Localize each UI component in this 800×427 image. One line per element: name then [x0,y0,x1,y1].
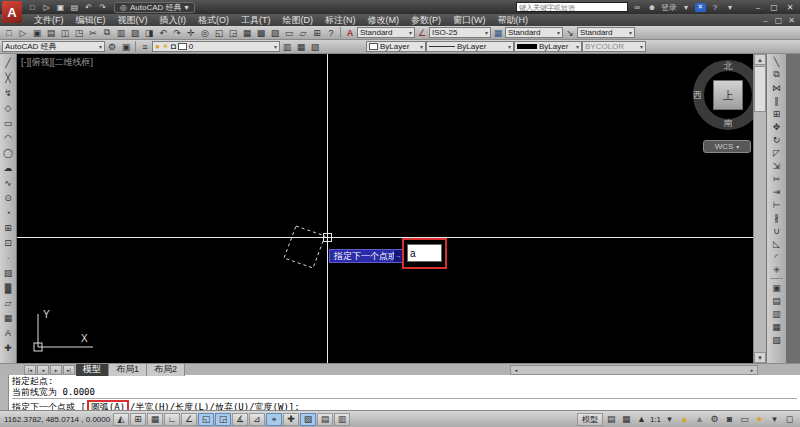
text-style-icon[interactable]: A [343,27,357,39]
drawing-canvas[interactable]: [-][俯视][二维线框] 北 南 西 东 上 WCS ▾ [17,54,753,363]
search-input[interactable] [516,2,628,12]
tool-palettes-icon[interactable]: ▧ [268,27,282,39]
layer-on-icon[interactable]: ● [155,42,160,51]
array-icon[interactable]: ⊞ [770,107,784,120]
save-icon[interactable]: ▣ [30,27,44,39]
annotation-visibility-icon[interactable]: ▲ [678,414,691,424]
paste-icon[interactable]: ▥ [114,27,128,39]
object-snap-toggle[interactable]: ◱ [198,413,214,426]
join-icon[interactable]: ∪ [770,224,784,237]
scroll-left-icon[interactable]: ◂ [511,366,521,374]
workspace-switching-icon[interactable]: ⚙ [708,414,721,424]
scroll-down-icon[interactable]: ▼ [754,352,766,363]
workspace-select[interactable]: AutoCAD 经典 ▾ [2,41,105,52]
ortho-mode-toggle[interactable]: ∟ [164,413,180,426]
circle-icon[interactable]: ◯ [1,145,15,160]
hardware-acceleration-icon[interactable]: ▭ [738,414,751,424]
user-icon[interactable]: ☻ [646,3,658,12]
3d-object-snap-toggle[interactable]: ◲ [215,413,231,426]
auto-annotation-scale-icon[interactable]: ▲ [693,414,706,424]
doc-close-button[interactable]: ✕ [785,16,798,25]
scrollbar-thumb[interactable] [754,66,766,112]
layout-tab[interactable]: 模型 [76,364,109,376]
undo-icon[interactable]: ↶ [156,27,170,39]
chevron-down-icon[interactable]: ▾ [724,3,736,12]
sheet-set-manager-icon[interactable]: ▭ [282,27,296,39]
isolate-objects-icon[interactable]: ● [753,414,766,424]
scroll-right-icon[interactable]: ▸ [747,366,757,374]
hatch-icon[interactable]: ▨ [1,265,15,280]
menu-item[interactable]: 插入(I) [154,14,193,27]
extend-icon[interactable]: ⇥ [770,185,784,198]
layout-tab[interactable]: 布局1 [109,364,147,376]
doc-restore-button[interactable]: ▢ [772,16,785,25]
text-style-select[interactable]: Standard ▾ [357,27,415,38]
chamfer-icon[interactable]: ◺ [770,237,784,250]
exchange-icon[interactable]: ✕ [695,3,706,12]
layer-match-icon[interactable]: ▣ [770,281,784,294]
quick-view-layouts-icon[interactable]: ▤ [605,414,618,424]
lineweight-select[interactable]: ByLayer ▾ [514,41,582,52]
arc-option[interactable]: 圆弧(A) [91,402,125,410]
table-icon[interactable]: ▦ [1,310,15,325]
menu-item[interactable]: 修改(M) [362,14,406,27]
sign-in-link[interactable]: 登录 [661,2,677,13]
design-center-icon[interactable]: ▩ [254,27,268,39]
mirror-icon[interactable]: ⋈ [770,81,784,94]
open-icon[interactable]: ▷ [40,1,53,13]
layer-walk-icon[interactable]: ▥ [770,307,784,320]
layer-freeze-icon[interactable]: ▦ [770,320,784,333]
plot-preview-icon[interactable]: ◫ [58,27,72,39]
trim-icon[interactable]: ✂ [770,172,784,185]
snap-mode-toggle[interactable]: ⊞ [130,413,146,426]
layer-previous-icon[interactable]: ▧ [308,41,322,53]
rotate-icon[interactable]: ↻ [770,133,784,146]
horizontal-scrollbar[interactable]: ◂ ▸ [510,365,758,375]
menu-item[interactable]: 参数(P) [405,14,447,27]
save-icon[interactable]: ▣ [54,1,67,13]
view-cube[interactable]: 北 南 西 东 上 [693,60,753,130]
mleader-style-icon[interactable]: ↘ [563,27,577,39]
zoom-previous-icon[interactable]: ◲ [226,27,240,39]
plot-style-select[interactable]: BYCOLOR ▾ [582,41,646,52]
new-icon[interactable]: □ [2,27,16,39]
workspace-settings-icon[interactable]: ⚙ [105,41,119,53]
erase-icon[interactable]: ╲ [770,55,784,68]
tab-first-icon[interactable]: |◂ [24,365,36,375]
stretch-icon[interactable]: ⇲ [770,159,784,172]
break-at-point-icon[interactable]: ⊢ [770,198,784,211]
workspace-quick-select[interactable]: ◎ AutoCAD 经典 ▾ [114,2,195,13]
compass-west-label[interactable]: 西 [693,89,702,102]
create-block-icon[interactable]: ⊡ [1,235,15,250]
dynamic-input-field[interactable] [407,244,442,262]
plot-icon[interactable]: ▤ [68,1,81,13]
command-window-grip[interactable] [0,375,9,410]
tab-next-icon[interactable]: ▸ [50,365,62,375]
rectangle-icon[interactable]: ▭ [1,115,15,130]
redo-icon[interactable]: ↷ [170,27,184,39]
layer-lock-icon[interactable]: ◘ [171,42,176,51]
new-icon[interactable]: □ [26,1,39,13]
dynamic-ucs-toggle[interactable]: ⊿ [249,413,265,426]
close-button[interactable]: ✕ [782,2,798,13]
menu-item[interactable]: 编辑(E) [70,14,112,27]
help-icon[interactable]: ? [709,3,721,12]
chevron-down-icon[interactable]: ▾ [680,3,692,12]
tab-prev-icon[interactable]: ◂ [37,365,49,375]
mtext-icon[interactable]: A [1,325,15,340]
copy-icon[interactable]: ⧉ [100,27,114,39]
dim-style-select[interactable]: ISO-25 ▾ [429,27,491,38]
pan-icon[interactable]: ✛ [184,27,198,39]
revision-cloud-icon[interactable]: ☁ [1,160,15,175]
dynamic-input-toggle[interactable]: ⌖ [266,413,282,426]
dim-style-icon[interactable]: ∠ [415,27,429,39]
move-icon[interactable]: ✥ [770,120,784,133]
arc-icon[interactable]: ◠ [1,130,15,145]
line-icon[interactable]: ╱ [1,55,15,70]
minimize-button[interactable]: – [750,2,766,13]
spline-icon[interactable]: ∿ [1,175,15,190]
annotation-scale-icon[interactable]: ▲ [635,414,648,424]
transparency-toggle[interactable]: ▨ [300,413,316,426]
polygon-icon[interactable]: ◇ [1,100,15,115]
publish-icon[interactable]: ◳ [72,27,86,39]
